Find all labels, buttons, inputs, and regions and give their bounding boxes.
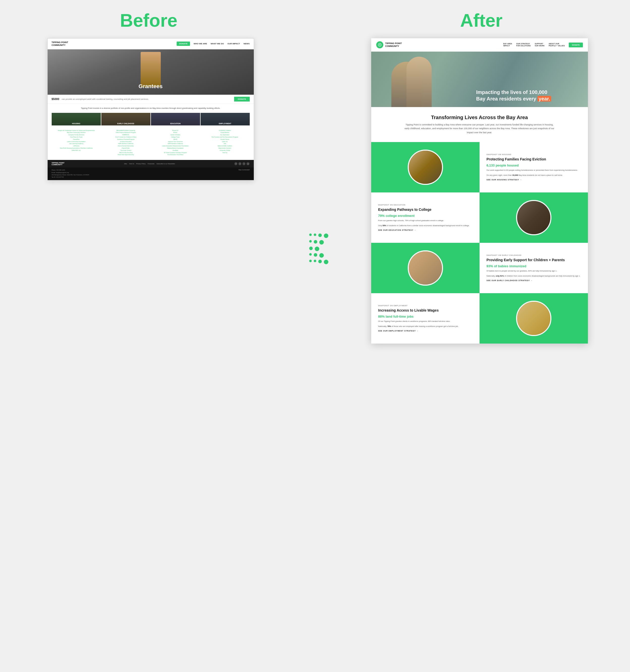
before-hero-title: Grantees [139, 83, 163, 95]
before-footer-logo: TIPPING POINT COMMUNITY [52, 162, 65, 166]
dot [309, 260, 312, 262]
education-photo [517, 201, 551, 234]
education-text2: Only 55% of students in California from … [378, 224, 472, 227]
early-childhood-photo [409, 251, 442, 285]
before-org-col-employment: CA EDGE Coalition Canal Alliance Eq. App… [200, 128, 250, 157]
housing-text2: On any given night, more than 33,000 Bay… [487, 174, 581, 177]
dot [314, 253, 317, 257]
dot [314, 240, 317, 244]
footer-link-privacy[interactable]: Privacy Policy [136, 163, 146, 165]
before-orgs: Amigos de Guadalupe Center for Justice a… [48, 128, 254, 160]
before-footer-links: Jobs Visit Us Privacy Policy Financials … [124, 163, 175, 165]
before-hero-person [141, 52, 161, 87]
before-nav-what[interactable]: WHAT WE DO [211, 43, 224, 45]
cat-childhood: EARLY CHILDHOOD [101, 113, 150, 125]
before-nav-impact[interactable]: OUR IMPACT [227, 43, 240, 45]
before-nav-news[interactable]: NEWS [244, 43, 250, 45]
cat-housing: HOUSING [52, 113, 101, 125]
footer-link-financials[interactable]: Financials [148, 163, 155, 165]
dot [315, 246, 319, 251]
after-nav: TIPPING POINT COMMUNITY BAY AREAIMPACT O… [371, 38, 588, 52]
before-nav: TIPPING POINT COMMUNITY DONATE WHO WE AR… [48, 39, 254, 49]
employment-link[interactable]: SEE OUR EMPLOYMENT STRATEGY [378, 330, 472, 332]
twitter-icon[interactable]: t [238, 162, 241, 165]
housing-stat: 6,133 people housed [487, 164, 581, 167]
education-title: Expanding Pathways to College [378, 207, 472, 212]
after-logo-icon [376, 41, 383, 48]
after-nav-bay-area[interactable]: BAY AREAIMPACT [503, 43, 512, 47]
after-donate-btn[interactable]: DONATE [569, 43, 583, 47]
dot [324, 234, 328, 238]
education-link[interactable]: SEE OUR EDUCATION STRATEGY [378, 229, 472, 231]
main-container: Before After TIPPING POINT COMMUNITY DON… [0, 0, 630, 672]
cat-education: EDUCATION [151, 113, 200, 125]
education-photo-col [480, 192, 588, 243]
before-content-text: Tipping Point invests in a diverse portf… [48, 104, 254, 113]
dot [314, 260, 316, 262]
before-nav-who[interactable]: WHO WE ARE [193, 43, 207, 45]
after-logo-text: TIPPING POINT COMMUNITY [385, 42, 402, 48]
before-hero: Grantees [48, 49, 254, 95]
before-org-col-education: Round 12 Brown Career Scholars College T… [151, 128, 200, 157]
housing-row: SNAPSHOT ON HOUSING Protecting Families … [371, 142, 588, 192]
housing-title: Protecting Families Facing Eviction [487, 157, 581, 162]
early-childhood-photo-col [371, 243, 480, 293]
dot [318, 260, 322, 263]
employment-title: Increasing Access to Livable Wages [378, 308, 472, 313]
housing-photo-col [371, 142, 480, 192]
before-website: TIPPING POINT COMMUNITY DONATE WHO WE AR… [47, 38, 254, 181]
housing-link[interactable]: SEE OUR HOUSING STRATEGY [487, 179, 581, 181]
after-intro-text: Tipping Point is committed to building a… [404, 123, 555, 135]
after-nav-about[interactable]: ABOUT OURPEOPLE + VALUES [549, 43, 565, 47]
education-text-col: SNAPSHOT ON EDUCATION Expanding Pathways… [371, 192, 480, 243]
education-text1: From our grantee high schools, 79% of hi… [378, 219, 472, 222]
dot [319, 253, 324, 258]
after-label: After [460, 10, 503, 30]
footer-link-subscribe[interactable]: Subscribe to our Newsletter [157, 163, 175, 165]
before-footer-top: TIPPING POINT COMMUNITY Jobs Visit Us Pr… [48, 160, 254, 168]
dot [309, 253, 312, 256]
employment-text1: Of our Tipping Point grantee clients in … [378, 320, 472, 323]
after-hero-content: Impacting the lives of 100,000 Bay Area … [469, 84, 588, 107]
after-logo: TIPPING POINT COMMUNITY [376, 41, 402, 48]
before-label: Before [120, 10, 178, 30]
after-intro: Transforming Lives Across the Bay Area T… [371, 107, 588, 142]
early-childhood-text-col: SNAPSHOT ON EARLY CHILDHOOD Providing Ea… [480, 243, 588, 293]
svg-point-1 [379, 44, 380, 45]
before-donate-btn[interactable]: DONATE [177, 42, 190, 46]
before-org-col-childhood: BEloveBIRTH Black Centering Child Trauma… [101, 128, 151, 157]
early-childhood-photo-circle [408, 250, 443, 286]
after-intro-title: Transforming Lives Across the Bay Area [381, 115, 578, 120]
dot [319, 240, 324, 245]
before-logo: TIPPING POINT COMMUNITY [52, 41, 68, 47]
facebook-icon[interactable]: f [234, 162, 237, 165]
early-childhood-link[interactable]: SEE OUR EARLY CHILDHOOD STRATEGY [487, 280, 581, 281]
after-hero-title: Impacting the lives of 100,000 Bay Area … [476, 89, 580, 102]
youtube-icon[interactable]: y [247, 162, 250, 165]
footer-link-visit[interactable]: Visit Us [129, 163, 134, 165]
instagram-icon[interactable]: i [242, 162, 246, 165]
before-donate-bar: $5000 can provide an unemployed adult wi… [48, 95, 254, 104]
dot [324, 260, 328, 264]
before-stay-connected: Stay Connected! [238, 169, 250, 178]
after-nav-strategy[interactable]: OUR STRATEGYFOR SOLUTIONS [516, 43, 531, 47]
employment-label: SNAPSHOT ON EMPLOYMENT [378, 305, 472, 307]
employment-photo [517, 302, 551, 335]
after-nav-links: BAY AREAIMPACT OUR STRATEGYFOR SOLUTIONS… [503, 43, 583, 47]
after-nav-support[interactable]: SUPPORTOUR WORK [535, 43, 544, 47]
arrow-container [301, 38, 336, 359]
panels: TIPPING POINT COMMUNITY DONATE WHO WE AR… [0, 38, 630, 359]
employment-stat: 88% land full-time jobs [378, 315, 472, 318]
dot [309, 240, 312, 243]
before-donate-bar-btn[interactable]: DONATE [234, 97, 250, 101]
before-footer-social: f t i y [234, 162, 250, 165]
after-hero: Impacting the lives of 100,000 Bay Area … [371, 52, 588, 107]
early-childhood-title: Providing Early Support for Children + P… [487, 258, 581, 262]
dot [309, 246, 313, 250]
employment-photo-col [480, 293, 588, 343]
footer-link-jobs[interactable]: Jobs [124, 163, 127, 165]
after-website: TIPPING POINT COMMUNITY BAY AREAIMPACT O… [371, 38, 588, 343]
early-childhood-label: SNAPSHOT ON EARLY CHILDHOOD [487, 255, 581, 256]
education-photo-circle [516, 200, 551, 235]
before-panel: TIPPING POINT COMMUNITY DONATE WHO WE AR… [0, 38, 301, 359]
